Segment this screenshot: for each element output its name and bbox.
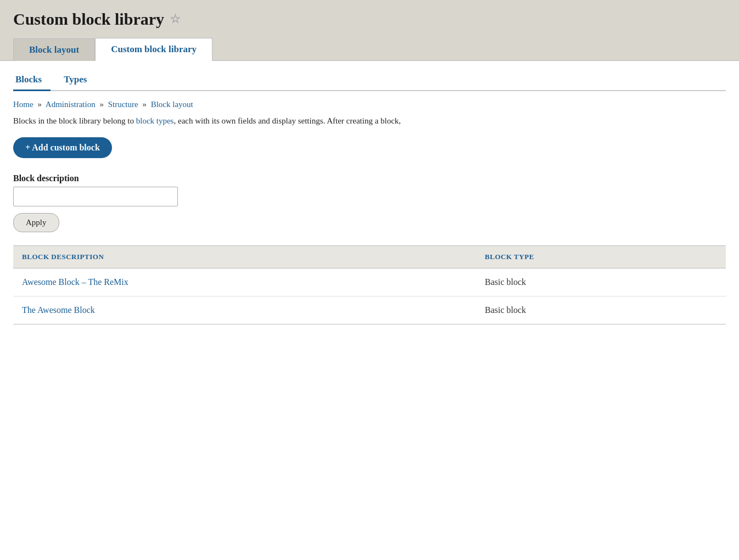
table-cell-type-1: Basic block <box>476 296 726 324</box>
block-description-input[interactable] <box>13 187 178 206</box>
filter-label: Block description <box>13 173 726 183</box>
block-types-link[interactable]: block types <box>136 116 174 125</box>
col-header-block-description: Block Description <box>13 245 476 268</box>
favorite-star-icon[interactable]: ☆ <box>170 12 181 26</box>
breadcrumb-sep-1: » <box>37 100 42 109</box>
apply-button[interactable]: Apply <box>13 213 59 232</box>
sub-tab-types[interactable]: Types <box>61 70 96 91</box>
table-row: Awesome Block – The ReMix Basic block <box>13 268 726 296</box>
description-text-before: Blocks in the block library belong to <box>13 116 136 125</box>
breadcrumb-home[interactable]: Home <box>13 100 33 109</box>
breadcrumb-structure[interactable]: Structure <box>108 100 138 109</box>
breadcrumb-sep-2: » <box>99 100 104 109</box>
block-description-link-0[interactable]: Awesome Block – The ReMix <box>22 277 128 287</box>
table-cell-description-0: Awesome Block – The ReMix <box>13 268 476 296</box>
main-tabs: Block layout Custom block library <box>13 37 726 60</box>
tab-block-layout[interactable]: Block layout <box>13 38 95 61</box>
breadcrumb-administration[interactable]: Administration <box>46 100 96 109</box>
description-text: Blocks in the block library belong to bl… <box>13 115 726 127</box>
blocks-table: Block Description Block Type Awesome Blo… <box>13 245 726 324</box>
description-text-after: , each with its own fields and display s… <box>173 116 401 125</box>
sub-tab-blocks[interactable]: Blocks <box>13 70 51 91</box>
page-title: Custom block library ☆ <box>13 10 726 29</box>
page-header: Custom block library ☆ Block layout Cust… <box>0 0 739 60</box>
content-area: Blocks Types Home » Administration » Str… <box>0 60 739 346</box>
table-cell-type-0: Basic block <box>476 268 726 296</box>
filter-section: Block description Apply <box>13 173 726 232</box>
tab-custom-block-library[interactable]: Custom block library <box>95 38 212 61</box>
breadcrumb-sep-3: » <box>142 100 147 109</box>
table-header-row: Block Description Block Type <box>13 245 726 268</box>
page-title-text: Custom block library <box>13 10 164 29</box>
sub-tabs: Blocks Types <box>13 70 726 91</box>
breadcrumb-block-layout[interactable]: Block layout <box>151 100 193 109</box>
block-description-link-1[interactable]: The Awesome Block <box>22 305 95 315</box>
table-cell-description-1: The Awesome Block <box>13 296 476 324</box>
breadcrumb: Home » Administration » Structure » Bloc… <box>13 100 726 109</box>
table-row: The Awesome Block Basic block <box>13 296 726 324</box>
col-header-block-type: Block Type <box>476 245 726 268</box>
add-custom-block-button[interactable]: + Add custom block <box>13 137 112 158</box>
